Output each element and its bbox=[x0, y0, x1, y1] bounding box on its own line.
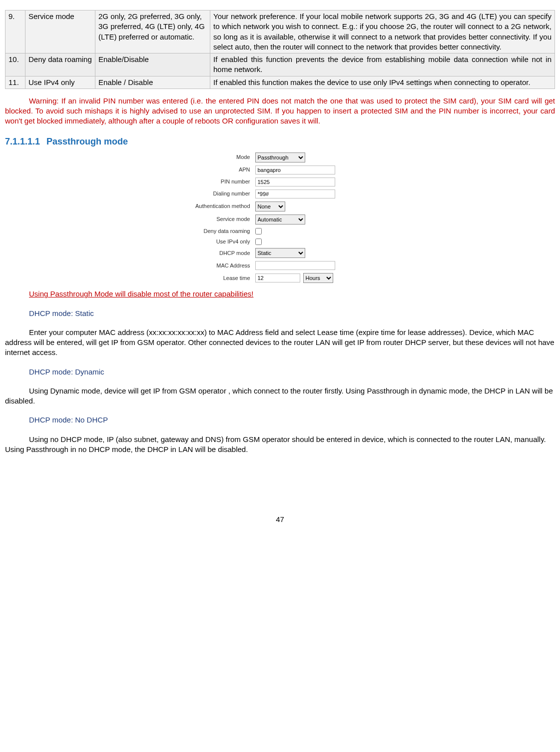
ipv4-label: Use IPv4 only bbox=[145, 238, 255, 246]
mac-input[interactable] bbox=[255, 261, 335, 270]
dhcp-mode-label: DHCP mode bbox=[145, 250, 255, 257]
roaming-label: Deny data roaming bbox=[145, 228, 255, 235]
dhcp-mode-select[interactable]: Static bbox=[255, 248, 305, 258]
roaming-checkbox[interactable] bbox=[255, 228, 262, 234]
apn-label: APN bbox=[145, 166, 255, 174]
table-row: 11. Use IPv4 only Enable / Disable If en… bbox=[5, 76, 555, 88]
dhcp-dynamic-title: DHCP mode: Dynamic bbox=[5, 367, 555, 377]
section-title: Passthrough mode bbox=[46, 136, 128, 146]
row-name: Use IPv4 only bbox=[25, 76, 95, 88]
dhcp-static-body: Enter your computer MAC address (xx:xx:x… bbox=[5, 328, 555, 358]
table-row: 9. Service mode 2G only, 2G preferred, 3… bbox=[5, 10, 555, 54]
mode-select[interactable]: Passthrough bbox=[255, 152, 305, 162]
section-number: 7.1.1.1.1 bbox=[5, 136, 40, 146]
row-number: 10. bbox=[5, 54, 25, 76]
service-mode-label: Service mode bbox=[145, 216, 255, 223]
row-value: Enable/Disable bbox=[95, 54, 210, 76]
pin-label: PIN number bbox=[145, 178, 255, 186]
lease-unit-select[interactable]: Hours bbox=[303, 273, 333, 283]
row-number: 11. bbox=[5, 76, 25, 88]
service-mode-select[interactable]: Automatic bbox=[255, 214, 305, 224]
row-number: 9. bbox=[5, 10, 25, 54]
table-row: 10. Deny data roaming Enable/Disable If … bbox=[5, 54, 555, 76]
row-value: Enable / Disable bbox=[95, 76, 210, 88]
ipv4-checkbox[interactable] bbox=[255, 238, 262, 245]
passthrough-warning: Using Passthrough Mode will disable most… bbox=[5, 289, 555, 299]
dhcp-nodhcp-title: DHCP mode: No DHCP bbox=[5, 415, 555, 425]
mac-label: MAC Address bbox=[145, 262, 255, 270]
page-number: 47 bbox=[5, 514, 555, 524]
dhcp-nodhcp-body: Using no DHCP mode, IP (also subnet, gat… bbox=[5, 434, 555, 455]
row-name: Deny data roaming bbox=[25, 54, 95, 76]
mode-label: Mode bbox=[145, 154, 255, 161]
pin-input[interactable] bbox=[255, 178, 335, 186]
row-description: If enabled this function prevents the de… bbox=[210, 54, 555, 76]
row-description: If enabled this function makes the devic… bbox=[210, 76, 555, 88]
lease-label: Lease time bbox=[145, 274, 255, 282]
options-table: 9. Service mode 2G only, 2G preferred, 3… bbox=[5, 10, 555, 89]
dialing-input[interactable] bbox=[255, 190, 335, 198]
dhcp-dynamic-body: Using Dynamic mode, device will get IP f… bbox=[5, 386, 555, 406]
auth-label: Authentication method bbox=[145, 202, 255, 210]
dhcp-static-title: DHCP mode: Static bbox=[5, 308, 555, 318]
warning-text: Warning: If an invalid PIN number was en… bbox=[5, 96, 555, 126]
passthrough-form: Mode Passthrough APN PIN number Dialing … bbox=[140, 150, 420, 288]
row-description: Your network preference. If your local m… bbox=[210, 10, 555, 54]
row-name: Service mode bbox=[25, 10, 95, 54]
section-heading: 7.1.1.1.1 Passthrough mode bbox=[5, 136, 555, 148]
auth-select[interactable]: None bbox=[255, 202, 285, 212]
lease-input[interactable] bbox=[255, 274, 300, 282]
apn-input[interactable] bbox=[255, 166, 335, 174]
row-value: 2G only, 2G preferred, 3G only, 3G prefe… bbox=[95, 10, 210, 54]
dialing-label: Dialing number bbox=[145, 190, 255, 198]
